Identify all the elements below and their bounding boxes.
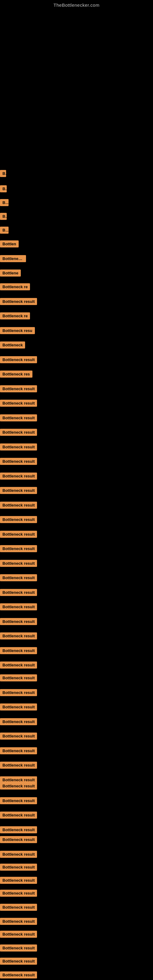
result-item-29: Bottleneck result — [0, 574, 37, 582]
result-item-38: Bottleneck result — [0, 703, 37, 712]
bottleneck-result-label-52: Bottleneck result — [0, 890, 37, 897]
result-item-44: Bottleneck result — [0, 783, 37, 791]
bottleneck-result-label-55: Bottleneck result — [0, 931, 37, 938]
bottleneck-result-label-13: Bottleneck — [0, 342, 25, 348]
result-item-33: Bottleneck result — [0, 632, 37, 641]
result-item-57: Bottleneck result — [0, 958, 37, 966]
bottleneck-result-label-38: Bottleneck result — [0, 703, 37, 711]
bottleneck-result-label-7: Bottleneck r — [0, 255, 26, 262]
result-item-3: Bo — [0, 199, 9, 207]
bottleneck-result-label-46: Bottleneck result — [0, 811, 37, 819]
result-item-27: Bottleneck result — [0, 545, 37, 554]
result-item-53: Bottleneck result — [0, 904, 37, 912]
bottleneck-result-label-50: Bottleneck result — [0, 864, 37, 871]
bottleneck-result-label-58: Bottleneck result — [0, 971, 37, 978]
result-item-40: Bottleneck result — [0, 733, 37, 741]
bottleneck-result-label-47: Bottleneck result — [0, 826, 37, 833]
result-item-20: Bottleneck result — [0, 444, 37, 452]
bottleneck-result-label-33: Bottleneck result — [0, 632, 37, 640]
bottleneck-result-label-26: Bottleneck result — [0, 531, 37, 538]
bottleneck-result-label-28: Bottleneck result — [0, 560, 37, 567]
bottleneck-result-label-30: Bottleneck result — [0, 589, 37, 596]
result-item-49: Bottleneck result — [0, 851, 37, 859]
bottleneck-result-label-32: Bottleneck result — [0, 618, 37, 625]
bottleneck-result-label-48: Bottleneck result — [0, 836, 37, 843]
bottleneck-result-label-5: Bo — [0, 227, 9, 234]
result-item-1: Bottleneck result — [0, 170, 6, 178]
result-item-15: Bottleneck res — [0, 371, 32, 379]
bottleneck-result-label-37: Bottleneck result — [0, 689, 37, 696]
bottleneck-result-label-42: Bottleneck result — [0, 762, 37, 769]
result-item-31: Bottleneck result — [0, 603, 37, 612]
bottleneck-result-label-45: Bottleneck result — [0, 797, 37, 804]
bottleneck-result-label-23: Bottleneck result — [0, 487, 37, 494]
result-item-55: Bottleneck result — [0, 931, 37, 939]
result-item-24: Bottleneck result — [0, 502, 37, 510]
result-item-4: B — [0, 213, 7, 221]
result-item-42: Bottleneck result — [0, 762, 37, 770]
result-item-51: Bottleneck result — [0, 877, 37, 885]
bottleneck-result-label-53: Bottleneck result — [0, 904, 37, 911]
result-item-39: Bottleneck result — [0, 718, 37, 726]
result-item-18: Bottleneck result — [0, 414, 37, 423]
bottleneck-result-label-21: Bottleneck result — [0, 458, 37, 465]
bottleneck-result-label-20: Bottleneck result — [0, 444, 37, 450]
bottleneck-result-label-4: B — [0, 213, 7, 220]
result-item-30: Bottleneck result — [0, 589, 37, 597]
result-item-23: Bottleneck result — [0, 487, 37, 495]
bottleneck-result-label-3: Bo — [0, 199, 9, 206]
bottleneck-result-label-19: Bottleneck result — [0, 429, 37, 436]
result-item-19: Bottleneck result — [0, 429, 37, 437]
result-item-11: Bottleneck re — [0, 312, 30, 321]
result-item-45: Bottleneck result — [0, 797, 37, 805]
result-item-26: Bottleneck result — [0, 531, 37, 539]
result-item-7: Bottleneck r — [0, 255, 26, 263]
result-item-12: Bottleneck resu — [0, 327, 35, 335]
result-item-6: Bottlen — [0, 240, 19, 249]
result-item-46: Bottleneck result — [0, 811, 37, 820]
result-item-35: Bottleneck result — [0, 662, 37, 670]
bottleneck-result-label-18: Bottleneck result — [0, 414, 37, 422]
result-item-9: Bottleneck re — [0, 283, 30, 291]
bottleneck-result-label-51: Bottleneck result — [0, 877, 37, 884]
bottleneck-result-label-56: Bottleneck result — [0, 945, 37, 951]
result-item-13: Bottleneck — [0, 342, 25, 350]
bottleneck-result-label-25: Bottleneck result — [0, 516, 37, 523]
bottleneck-result-label-11: Bottleneck re — [0, 312, 30, 320]
bottleneck-result-label-54: Bottleneck result — [0, 918, 37, 925]
bottleneck-result-label-41: Bottleneck result — [0, 747, 37, 754]
result-item-22: Bottleneck result — [0, 473, 37, 481]
result-item-36: Bottleneck result — [0, 675, 37, 682]
result-item-41: Bottleneck result — [0, 747, 37, 756]
bottleneck-result-label-14: Bottleneck result — [0, 356, 37, 363]
result-item-2: B — [0, 185, 7, 194]
result-item-16: Bottleneck result — [0, 385, 37, 393]
result-item-47: Bottleneck result — [0, 826, 37, 835]
result-item-32: Bottleneck result — [0, 618, 37, 626]
result-item-58: Bottleneck result — [0, 971, 37, 980]
bottleneck-result-label-2: B — [0, 185, 7, 192]
result-item-56: Bottleneck result — [0, 945, 37, 953]
bottleneck-result-label-1: Bottleneck result — [0, 170, 6, 177]
bottleneck-result-label-24: Bottleneck result — [0, 502, 37, 509]
result-item-48: Bottleneck result — [0, 836, 37, 844]
bottleneck-result-label-36: Bottleneck result — [0, 675, 37, 681]
result-item-54: Bottleneck result — [0, 918, 37, 926]
result-item-17: Bottleneck result — [0, 400, 37, 408]
bottleneck-result-label-27: Bottleneck result — [0, 545, 37, 552]
result-item-10: Bottleneck result — [0, 298, 37, 306]
result-item-52: Bottleneck result — [0, 890, 37, 898]
bottleneck-result-label-35: Bottleneck result — [0, 662, 37, 668]
bottleneck-result-label-6: Bottlen — [0, 240, 19, 247]
result-item-50: Bottleneck result — [0, 864, 37, 872]
bottleneck-result-label-12: Bottleneck resu — [0, 327, 35, 334]
bottleneck-result-label-15: Bottleneck res — [0, 371, 32, 378]
result-item-37: Bottleneck result — [0, 689, 37, 697]
bottleneck-result-label-39: Bottleneck result — [0, 718, 37, 725]
bottleneck-result-label-22: Bottleneck result — [0, 473, 37, 480]
bottleneck-result-label-17: Bottleneck result — [0, 400, 37, 407]
result-item-5: Bo — [0, 227, 9, 235]
result-item-14: Bottleneck result — [0, 356, 37, 364]
result-item-28: Bottleneck result — [0, 560, 37, 568]
bottleneck-result-label-9: Bottleneck re — [0, 283, 30, 290]
